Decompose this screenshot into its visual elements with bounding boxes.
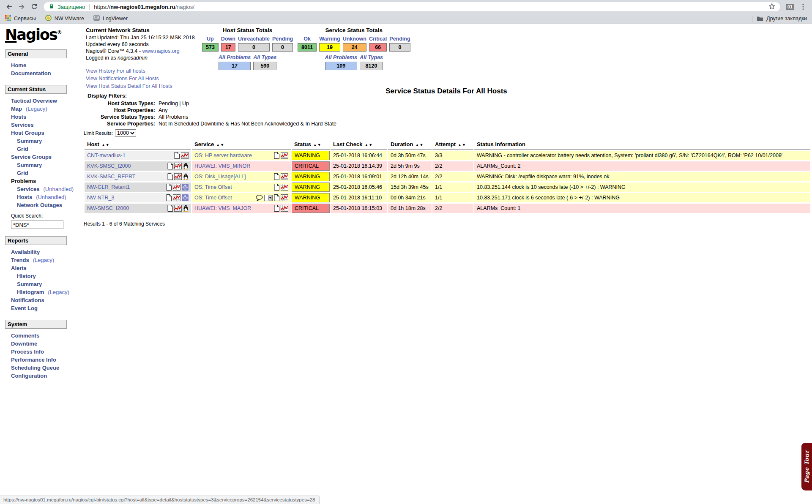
- host-link[interactable]: CNT-mvradius-1: [87, 153, 126, 158]
- sidebar-item-tactical-overview[interactable]: Tactical Overview: [11, 98, 57, 104]
- host-link[interactable]: KVK-SMSC_REPRT: [87, 174, 135, 180]
- service-total-critical-count[interactable]: 66: [369, 43, 387, 52]
- sidebar-item-service-groups[interactable]: Service Groups: [11, 154, 52, 160]
- sidebar-item-availability[interactable]: Availability: [11, 249, 40, 255]
- service-total-ok-count[interactable]: 8011: [298, 43, 317, 52]
- extension-badge[interactable]: 01: [786, 4, 794, 10]
- view-notifications-link[interactable]: View Notifications For All Hosts: [86, 76, 159, 82]
- sidebar-item-downtime[interactable]: Downtime: [11, 341, 37, 347]
- browser-menu-icon[interactable]: [799, 3, 807, 11]
- sidebar-item-process-info[interactable]: Process Info: [11, 349, 44, 355]
- host-total-down-count[interactable]: 17: [221, 43, 235, 52]
- sidebar-item-hosts-unhandled[interactable]: (Unhandled): [36, 194, 66, 200]
- perf-graph-icon[interactable]: [181, 152, 189, 159]
- sidebar-item-grid[interactable]: Grid: [17, 146, 28, 152]
- sidebar-item-services[interactable]: Services: [11, 122, 34, 128]
- page-tour-ribbon[interactable]: Page Tour: [801, 443, 812, 490]
- sort-asc-icon[interactable]: ▲: [458, 143, 462, 147]
- view-history-link[interactable]: View History For all hosts: [86, 68, 145, 74]
- host-total-link-down[interactable]: Down: [221, 36, 235, 42]
- perf-graph-icon[interactable]: [281, 173, 288, 180]
- extra-notes-icon[interactable]: [274, 173, 279, 180]
- host-all-problems-count[interactable]: 17: [219, 62, 251, 70]
- host-link[interactable]: NW-GLR_Retant1: [87, 184, 130, 190]
- host-total-link-up[interactable]: Up: [207, 36, 214, 42]
- service-link[interactable]: HUAWEI: VMS_MINOR: [194, 163, 250, 169]
- perf-graph-icon[interactable]: [173, 184, 180, 191]
- service-total-link-critical[interactable]: Critical: [369, 36, 387, 42]
- service-link[interactable]: HUAWEI: VMS_MAJOR: [194, 205, 251, 211]
- sidebar-item-map-legacy[interactable]: (Legacy): [26, 106, 47, 112]
- sidebar-item-trends[interactable]: Trends: [11, 257, 29, 263]
- service-total-warning-count[interactable]: 19: [319, 43, 340, 52]
- sort-desc-icon[interactable]: ▼: [419, 143, 424, 147]
- service-link[interactable]: OS: Time Offset: [194, 184, 232, 190]
- sidebar-item-history[interactable]: History: [17, 273, 36, 279]
- service-all-types-link[interactable]: All Types: [360, 54, 383, 60]
- quick-search-input[interactable]: [11, 221, 63, 229]
- host-total-link-unreachable[interactable]: Unreachable: [238, 36, 270, 42]
- sort-asc-icon[interactable]: ▲: [101, 143, 106, 147]
- sidebar-item-hosts[interactable]: Hosts: [17, 194, 32, 200]
- host-link[interactable]: NW-NTR_3: [87, 195, 114, 201]
- host-all-types-link[interactable]: All Types: [253, 54, 276, 60]
- sidebar-item-summary[interactable]: Summary: [17, 281, 42, 287]
- sidebar-item-configuration[interactable]: Configuration: [11, 373, 47, 379]
- sidebar-item-scheduling-queue[interactable]: Scheduling Queue: [11, 365, 59, 371]
- bookmark-logviewer[interactable]: LogViewer: [93, 15, 128, 22]
- extra-notes-icon[interactable]: [166, 194, 172, 201]
- extra-notes-icon[interactable]: [274, 152, 279, 159]
- limit-results-select[interactable]: 1000: [115, 129, 136, 137]
- extra-notes-icon[interactable]: [166, 184, 172, 191]
- perf-graph-icon[interactable]: [174, 163, 182, 169]
- sort-asc-icon[interactable]: ▲: [364, 143, 369, 147]
- bookmark-star-icon[interactable]: [768, 3, 775, 11]
- service-total-link-warning[interactable]: Warning: [319, 36, 340, 42]
- sidebar-item-histogram[interactable]: Histogram: [17, 289, 44, 295]
- sort-desc-icon[interactable]: ▼: [317, 143, 322, 147]
- extra-notes-icon[interactable]: [274, 194, 279, 201]
- sidebar-item-performance-info[interactable]: Performance Info: [11, 357, 56, 363]
- sidebar-item-histogram-legacy[interactable]: (Legacy): [48, 289, 69, 295]
- host-total-unreachable-count[interactable]: 0: [238, 43, 270, 52]
- forward-icon[interactable]: [18, 3, 25, 11]
- host-total-pending-count[interactable]: 0: [272, 43, 293, 52]
- bookmark-nw-vmware[interactable]: NW VMware: [45, 15, 84, 22]
- perf-graph-icon[interactable]: [281, 205, 288, 212]
- sidebar-item-summary[interactable]: Summary: [17, 162, 42, 168]
- extra-notes-icon[interactable]: [167, 205, 173, 212]
- perf-graph-icon[interactable]: [281, 194, 288, 201]
- service-total-link-pending[interactable]: Pending: [389, 36, 410, 42]
- extra-notes-icon[interactable]: [174, 152, 180, 159]
- nagios-org-link[interactable]: www.nagios.org: [142, 48, 180, 54]
- extra-notes-icon[interactable]: [167, 173, 173, 180]
- sidebar-item-notifications[interactable]: Notifications: [11, 297, 44, 303]
- service-actions-dropdown-icon[interactable]: [264, 195, 273, 201]
- service-link[interactable]: OS: Time Offset: [194, 195, 232, 201]
- service-all-problems-link[interactable]: All Problems: [325, 54, 357, 60]
- sidebar-item-alerts[interactable]: Alerts: [11, 265, 27, 271]
- extra-notes-icon[interactable]: [274, 205, 279, 212]
- sidebar-item-hosts[interactable]: Hosts: [11, 114, 26, 120]
- sidebar-item-map[interactable]: Map: [11, 106, 22, 112]
- sidebar-item-services[interactable]: Services: [17, 186, 40, 192]
- service-all-problems-count[interactable]: 109: [325, 62, 357, 70]
- extra-notes-icon[interactable]: [274, 184, 279, 191]
- address-bar[interactable]: Защищено https://nw-nagios01.megafon.ru/…: [43, 2, 781, 12]
- sidebar-item-trends-legacy[interactable]: (Legacy): [33, 257, 55, 263]
- sidebar-item-documentation[interactable]: Documentation: [11, 70, 51, 76]
- sidebar-item-host-groups[interactable]: Host Groups: [11, 130, 44, 136]
- sidebar-item-services-unhandled[interactable]: (Unhandled): [44, 186, 74, 192]
- sidebar-item-grid[interactable]: Grid: [17, 170, 28, 176]
- perf-graph-icon[interactable]: [173, 194, 180, 201]
- service-all-types-count[interactable]: 8120: [360, 62, 383, 70]
- host-all-problems-link[interactable]: All Problems: [219, 54, 251, 60]
- reload-icon[interactable]: [30, 3, 38, 11]
- sort-asc-icon[interactable]: ▲: [313, 143, 317, 147]
- perf-graph-icon[interactable]: [281, 184, 288, 191]
- comment-icon[interactable]: [256, 195, 263, 201]
- service-total-link-unknown[interactable]: Unknown: [343, 36, 366, 42]
- other-bookmarks-button[interactable]: Другие закладки: [757, 16, 807, 22]
- extra-notes-icon[interactable]: [167, 163, 173, 169]
- sidebar-item-home[interactable]: Home: [11, 62, 26, 68]
